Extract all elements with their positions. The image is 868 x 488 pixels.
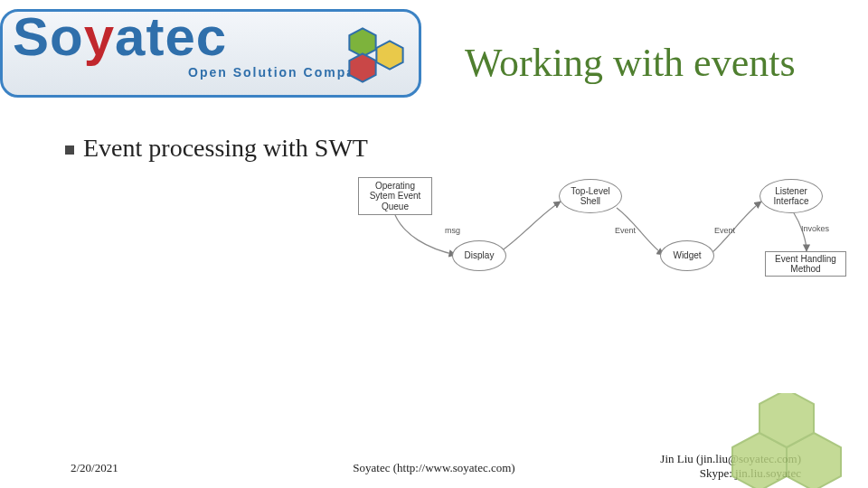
logo-seg-y: y	[84, 6, 115, 67]
hex-icon	[374, 40, 405, 70]
background-hex-icon	[696, 393, 868, 488]
node-widget: Widget	[660, 240, 714, 271]
logo-word: Soyatec	[13, 5, 227, 68]
svg-marker-1	[376, 41, 402, 69]
svg-marker-2	[349, 53, 375, 81]
node-os-queue: Operating Sytem Event Queue	[358, 177, 432, 215]
swt-event-diagram: Operating Sytem Event Queue Display Top-…	[354, 172, 834, 289]
hex-icon	[347, 52, 378, 83]
bullet-marker-icon	[65, 145, 74, 155]
node-handler: Event Handling Method	[765, 251, 846, 277]
edge-label-invokes: Invokes	[801, 224, 829, 233]
edge-label-msg: msg	[445, 226, 460, 235]
bullet-text: Event processing with SWT	[83, 134, 368, 163]
logo-seg2: atec	[115, 6, 227, 67]
logo-seg1: So	[13, 6, 84, 67]
slide-title: Working with events	[465, 40, 796, 86]
edge-label-event1: Event	[615, 226, 636, 235]
edge-label-event2: Event	[714, 226, 735, 235]
node-listener: Listener Interface	[760, 179, 823, 213]
node-top-shell: Top-Level Shell	[559, 179, 622, 213]
logo-tagline: Open Solution Company	[188, 65, 373, 80]
company-logo: Soyatec Open Solution Company	[0, 9, 425, 99]
bullet: Event processing with SWT	[65, 134, 368, 163]
node-display: Display	[452, 240, 506, 271]
